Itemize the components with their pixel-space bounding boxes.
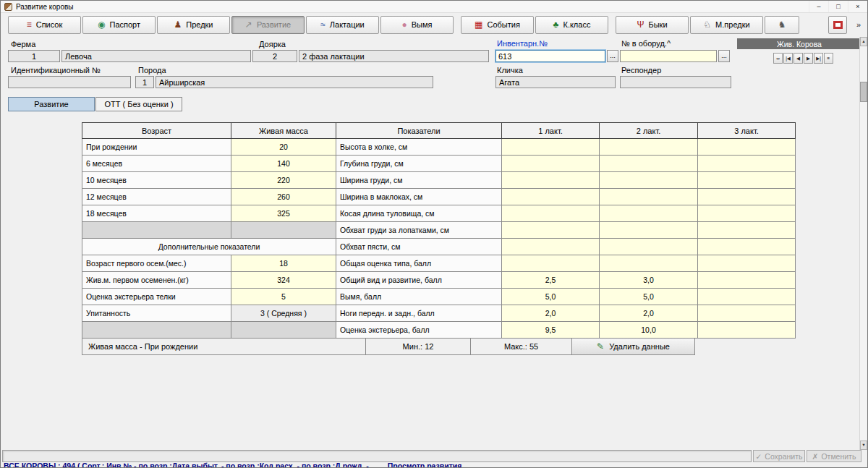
breed-label: Порода (138, 66, 166, 75)
toolbar-button-spisok[interactable]: ≡Список (8, 16, 81, 34)
indicator-cell: Косая длина туловища, см (336, 205, 502, 222)
lact1-cell[interactable]: 9,5 (502, 322, 600, 339)
list-icon: ≡ (27, 20, 32, 29)
lact1-cell[interactable] (502, 222, 600, 239)
tab-razvitie[interactable]: Развитие (8, 97, 95, 111)
lact2-cell[interactable] (600, 156, 698, 172)
lact1-cell[interactable] (502, 156, 600, 172)
toolbar-button-sobytiya[interactable]: ▦События (461, 16, 534, 34)
mass-cell[interactable]: 325 (231, 205, 336, 222)
lact1-cell[interactable] (502, 139, 600, 156)
lact1-cell[interactable]: 2,0 (502, 305, 600, 322)
lact2-cell[interactable] (600, 239, 698, 255)
save-button[interactable]: ✓ Сохранить (753, 450, 805, 462)
lact2-cell[interactable] (600, 139, 698, 156)
toolbar-button-laktacii[interactable]: ≈Лактации (306, 16, 379, 34)
lact3-cell[interactable] (698, 189, 796, 205)
milker-name-field: 2 фаза лактации (299, 50, 489, 62)
delete-data-button[interactable]: ✎ Удалить данные (571, 338, 695, 355)
nav-search-button[interactable]: ∞ (773, 53, 783, 64)
inventory-ellipsis-button[interactable]: ... (607, 50, 618, 62)
maximize-button[interactable]: □ (828, 1, 848, 12)
lact1-cell[interactable] (502, 189, 600, 205)
inventory-label: Инвентарн.№ (497, 39, 548, 48)
exit-button[interactable] (828, 16, 847, 34)
lact2-cell[interactable]: 2,0 (600, 305, 698, 322)
equipment-input[interactable] (620, 50, 717, 62)
mass-cell[interactable]: 3 ( Средняя ) (231, 305, 336, 322)
toolbar-button-label: К.класс (563, 20, 590, 29)
nav-first-button[interactable]: |◀ (783, 53, 793, 64)
lact3-cell[interactable] (698, 156, 796, 172)
age-cell: 18 месяцев (82, 205, 231, 222)
toolbar-button-mpredki[interactable]: ♘М.предки (690, 16, 763, 34)
cancel-button[interactable]: ✗ Отменить (807, 450, 861, 462)
lact1-cell[interactable]: 5,0 (502, 289, 600, 305)
age-cell: 6 месяцев (82, 156, 231, 172)
lact1-cell[interactable]: 2,5 (502, 272, 600, 289)
mass-cell[interactable]: 20 (231, 139, 336, 156)
vertical-scrollbar[interactable]: ▲ ▼ (859, 37, 867, 450)
nav-next-button[interactable]: ▶ (804, 53, 813, 64)
inventory-input[interactable] (495, 50, 605, 62)
lact2-cell[interactable] (600, 255, 698, 272)
toolbar-button-kklass[interactable]: ♣К.класс (535, 16, 608, 34)
minimize-button[interactable]: – (809, 1, 828, 12)
lact3-cell[interactable] (698, 272, 796, 289)
toolbar-button-razvitie[interactable]: ↗Развитие (231, 16, 305, 34)
scroll-up-icon[interactable]: ▲ (860, 37, 867, 46)
cancel-label: Отменить (821, 452, 856, 461)
nav-last-button[interactable]: ▶| (814, 53, 823, 64)
lact2-cell[interactable]: 3,0 (600, 272, 698, 289)
lact1-cell[interactable] (502, 172, 600, 189)
lact2-cell[interactable] (600, 172, 698, 189)
passport-icon: ◉ (98, 20, 105, 29)
toolbar-button-predki[interactable]: ♟Предки (157, 16, 230, 34)
nav-prev-button[interactable]: ◀ (793, 53, 803, 64)
selection-info-box: Живая масса - При рождении (82, 338, 366, 355)
scrollbar-thumb[interactable] (860, 82, 867, 102)
toolbar-overflow-button[interactable]: » (853, 16, 864, 34)
milker-label: Доярка (259, 40, 286, 48)
lact2-cell[interactable]: 10,0 (600, 322, 698, 339)
close-button[interactable]: × (848, 1, 867, 12)
mass-cell[interactable]: 260 (231, 189, 336, 205)
toolbar-button-pasport[interactable]: ◉Паспорт (82, 16, 156, 34)
lact3-cell[interactable] (698, 255, 796, 272)
table-row: 6 месяцев140Глубина груди, см (82, 156, 796, 172)
lact3-cell[interactable] (698, 222, 796, 239)
lact2-cell[interactable] (600, 189, 698, 205)
lact3-cell[interactable] (698, 289, 796, 305)
toolbar-button-vymya[interactable]: ●Вымя (380, 16, 454, 34)
lact2-cell[interactable]: 5,0 (600, 289, 698, 305)
mass-cell[interactable]: 5 (231, 289, 336, 305)
lact2-cell[interactable] (600, 222, 698, 239)
lact3-cell[interactable] (698, 172, 796, 189)
lact3-cell[interactable] (698, 305, 796, 322)
mass-cell[interactable]: 220 (231, 172, 336, 189)
toolbar-button-label: М.предки (715, 20, 750, 29)
table-row: Упитанность3 ( Средняя )Ноги передн. и з… (82, 305, 796, 322)
equipment-label: № в оборуд.^ (621, 39, 671, 48)
toolbar-button-dog[interactable]: ♞ (765, 16, 799, 34)
tab-ott[interactable]: ОТТ ( Без оценки ) (95, 97, 182, 111)
save-label: Сохранить (765, 452, 802, 461)
lact3-cell[interactable] (698, 205, 796, 222)
scroll-down-icon[interactable]: ▼ (860, 441, 867, 450)
toolbar-button-label: События (487, 20, 519, 29)
lact1-cell[interactable] (502, 255, 600, 272)
mass-cell[interactable]: 18 (231, 255, 336, 272)
lact3-cell[interactable] (698, 322, 796, 339)
dog-icon: ♞ (778, 20, 786, 29)
lact1-cell[interactable] (502, 239, 600, 255)
nav-list-button[interactable]: ≡ (824, 53, 833, 64)
mass-cell[interactable]: 140 (231, 156, 336, 172)
lact2-cell[interactable] (600, 205, 698, 222)
equipment-ellipsis-button[interactable]: ... (718, 50, 730, 62)
lact1-cell[interactable] (502, 205, 600, 222)
lact3-cell[interactable] (698, 139, 796, 156)
lact3-cell[interactable] (698, 239, 796, 255)
ident-label: Идентификационный № (11, 66, 101, 75)
mass-cell[interactable]: 324 (231, 272, 336, 289)
toolbar-button-byki[interactable]: ΨБыки (616, 16, 689, 34)
